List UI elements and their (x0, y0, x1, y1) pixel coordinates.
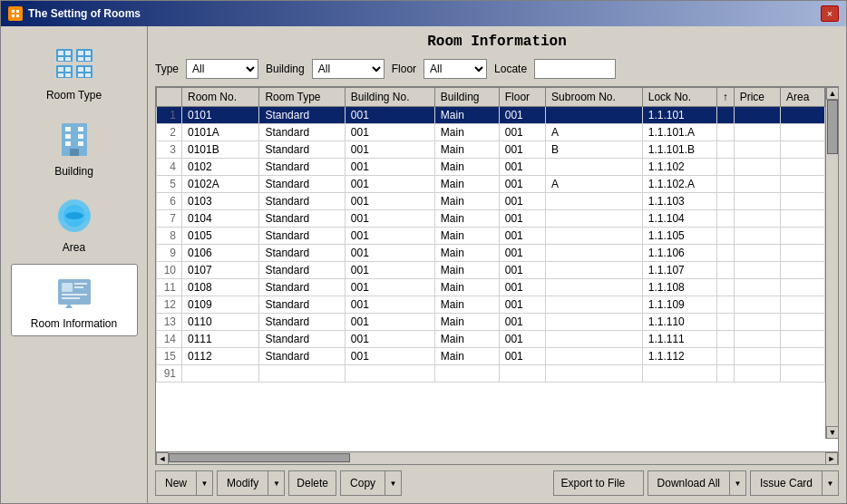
download-button-group[interactable]: Download All ▼ (647, 470, 746, 496)
table-cell: 11 (157, 279, 182, 296)
col-sort-indicator[interactable]: ↑ (716, 88, 734, 107)
table-cell (734, 279, 780, 296)
new-dropdown-arrow[interactable]: ▼ (196, 471, 212, 495)
panel-title: Room Information (155, 34, 839, 50)
svg-rect-11 (78, 51, 83, 55)
table-row[interactable]: 91 (157, 365, 825, 383)
table-cell: Main (434, 124, 499, 141)
table-cell: 0108 (182, 279, 259, 296)
table-cell (781, 245, 825, 262)
svg-rect-13 (78, 57, 83, 61)
sidebar-area-label: Area (63, 241, 85, 254)
table-cell (734, 296, 780, 314)
table-cell (734, 210, 780, 228)
table-cell (781, 365, 825, 383)
vscrollbar[interactable]: ▲ ▼ (825, 87, 838, 439)
table-row[interactable]: 40102Standard001Main0011.1.102 (157, 159, 825, 176)
issue-card-dropdown-arrow[interactable]: ▼ (822, 471, 838, 495)
col-room-type[interactable]: Room Type (259, 88, 345, 107)
table-row[interactable]: 130110Standard001Main0011.1.110 (157, 314, 825, 331)
issue-card-button[interactable]: Issue Card (751, 471, 822, 495)
copy-dropdown-arrow[interactable]: ▼ (385, 471, 401, 495)
col-building[interactable]: Building (434, 88, 499, 107)
table-row[interactable]: 140111Standard001Main0011.1.111 (157, 331, 825, 348)
scroll-up-button[interactable]: ▲ (826, 87, 838, 100)
table-scroll-wrapper[interactable]: Room No. Room Type Building No. Building… (156, 87, 838, 451)
table-row[interactable]: 120109Standard001Main0011.1.109 (157, 296, 825, 314)
sidebar-item-room-type[interactable]: Room Type (11, 35, 138, 108)
floor-select[interactable]: All (424, 59, 487, 79)
modify-button[interactable]: Modify (218, 471, 268, 495)
modify-dropdown-arrow[interactable]: ▼ (268, 471, 284, 495)
type-select[interactable]: All (186, 59, 258, 79)
scroll-left-button[interactable]: ◄ (156, 452, 169, 465)
new-button-group[interactable]: New ▼ (155, 470, 213, 496)
table-row[interactable]: 70104Standard001Main0011.1.104 (157, 210, 825, 228)
scroll-right-button[interactable]: ► (825, 452, 838, 465)
table-cell (716, 279, 734, 296)
table-cell: Main (434, 176, 499, 193)
table-cell: A (546, 176, 643, 193)
table-row[interactable]: 100107Standard001Main0011.1.107 (157, 262, 825, 279)
svg-rect-30 (65, 141, 71, 146)
table-cell (716, 331, 734, 348)
table-row[interactable]: 80105Standard001Main0011.1.105 (157, 228, 825, 245)
table-cell: 0102 (182, 159, 259, 176)
table-cell (734, 141, 780, 159)
sidebar-item-area[interactable]: Area (11, 188, 138, 260)
col-price[interactable]: Price (734, 88, 780, 107)
table-cell: Standard (259, 245, 345, 262)
table-cell (781, 279, 825, 296)
svg-rect-8 (58, 57, 63, 61)
table-cell: 001 (499, 262, 545, 279)
col-subroom-no[interactable]: Subroom No. (546, 88, 643, 107)
table-cell (781, 176, 825, 193)
copy-button[interactable]: Copy (341, 471, 385, 495)
sidebar-item-building[interactable]: Building (11, 111, 138, 184)
table-row[interactable]: 20101AStandard001Main001A1.1.101.A (157, 124, 825, 141)
table-cell: 91 (157, 365, 182, 383)
table-row[interactable]: 50102AStandard001Main001A1.1.102.A (157, 176, 825, 193)
table-cell: Main (434, 159, 499, 176)
svg-rect-38 (62, 283, 73, 292)
table-cell (781, 296, 825, 314)
issue-card-button-group[interactable]: Issue Card ▼ (750, 470, 839, 496)
table-row[interactable]: 60103Standard001Main0011.1.103 (157, 193, 825, 210)
col-lock-no[interactable]: Lock No. (642, 88, 716, 107)
col-area[interactable]: Area (781, 88, 825, 107)
table-row[interactable]: 110108Standard001Main0011.1.108 (157, 279, 825, 296)
download-dropdown-arrow[interactable]: ▼ (729, 471, 745, 495)
col-room-no[interactable]: Room No. (182, 88, 259, 107)
table-cell (546, 331, 643, 348)
table-row[interactable]: 10101Standard001Main0011.1.101 (157, 107, 825, 124)
title-bar: The Setting of Rooms × (1, 1, 846, 26)
hscroll-track[interactable] (169, 453, 825, 464)
table-cell (259, 365, 345, 383)
table-row[interactable]: 30101BStandard001Main001B1.1.101.B (157, 141, 825, 159)
table-cell: 001 (499, 159, 545, 176)
table-row[interactable]: 150112Standard001Main0011.1.112 (157, 348, 825, 365)
table-cell: 1.1.109 (642, 296, 716, 314)
export-button[interactable]: Export to File (553, 470, 644, 496)
table-cell (642, 365, 716, 383)
building-select[interactable]: All (312, 59, 385, 79)
col-floor[interactable]: Floor (499, 88, 545, 107)
new-button[interactable]: New (156, 471, 196, 495)
table-cell: 0105 (182, 228, 259, 245)
locate-input[interactable] (534, 59, 616, 79)
delete-button[interactable]: Delete (288, 470, 336, 496)
sidebar-item-room-information[interactable]: Room Information (11, 264, 138, 336)
scroll-down-button[interactable]: ▼ (826, 426, 838, 439)
table-row[interactable]: 90106Standard001Main0011.1.106 (157, 245, 825, 262)
download-button[interactable]: Download All (648, 471, 729, 495)
table-cell: 0101A (182, 124, 259, 141)
svg-rect-16 (58, 67, 63, 72)
close-button[interactable]: × (821, 5, 839, 22)
svg-rect-22 (85, 67, 91, 72)
col-building-no[interactable]: Building No. (345, 88, 434, 107)
copy-button-group[interactable]: Copy ▼ (340, 470, 402, 496)
table-cell: Standard (259, 176, 345, 193)
vscroll-thumb[interactable] (827, 100, 838, 154)
hscroll-thumb[interactable] (169, 453, 350, 462)
modify-button-group[interactable]: Modify ▼ (217, 470, 285, 496)
